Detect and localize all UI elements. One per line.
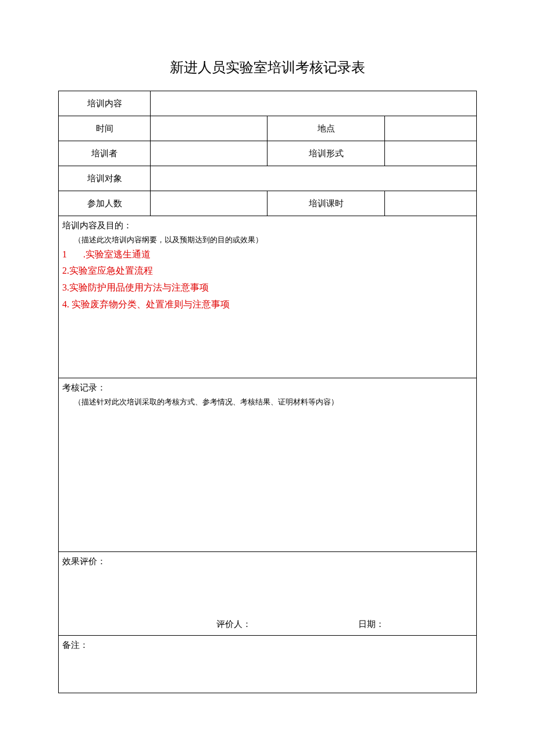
value-training-content[interactable]: [151, 91, 477, 116]
value-trainee[interactable]: [151, 166, 477, 191]
content-item-3: 3.实验防护用品使用方法与注意事项: [62, 280, 473, 296]
content-item-2: 2.实验室应急处置流程: [62, 263, 473, 280]
label-time: 时间: [59, 116, 151, 141]
value-attendance[interactable]: [151, 191, 268, 216]
value-training-form[interactable]: [384, 141, 476, 166]
page: 新进人员实验室培训考核记录表 培训内容 时间 地点 培训者 培训形式 培训对象 …: [0, 0, 535, 756]
section-assessment-record[interactable]: 考核记录： （描述针对此次培训采取的考核方式、参考情况、考核结果、证明材料等内容…: [59, 378, 477, 552]
label-training-hours: 培训课时: [268, 191, 384, 216]
label-attendance: 参加人数: [59, 191, 151, 216]
label-trainer: 培训者: [59, 141, 151, 166]
label-eval-date: 日期：: [358, 619, 384, 629]
row-note: 备注：: [59, 636, 477, 693]
value-trainer[interactable]: [151, 141, 268, 166]
record-section-hint: （描述针对此次培训采取的考核方式、参考情况、考核结果、证明材料等内容）: [62, 396, 473, 409]
section-content-purpose[interactable]: 培训内容及目的： （描述此次培训内容纲要，以及预期达到的目的或效果） 1 .实验…: [59, 216, 477, 378]
record-section-title: 考核记录：: [62, 381, 473, 396]
content-section-hint: （描述此次培训内容纲要，以及预期达到的目的或效果）: [62, 234, 473, 246]
value-time[interactable]: [151, 116, 268, 141]
label-place: 地点: [268, 116, 384, 141]
label-trainee: 培训对象: [59, 166, 151, 191]
content-section-title: 培训内容及目的：: [62, 218, 473, 234]
eval-section-title: 效果评价：: [62, 554, 473, 569]
content-item-1: 1 .实验室逃生通道: [62, 246, 473, 263]
label-eval-person: 评价人：: [216, 619, 251, 629]
label-training-content: 培训内容: [59, 91, 151, 116]
page-title: 新进人员实验室培训考核记录表: [58, 58, 477, 77]
row-trainer-form: 培训者 培训形式: [59, 141, 477, 166]
section-note[interactable]: 备注：: [59, 636, 477, 693]
value-place[interactable]: [384, 116, 476, 141]
row-time-place: 时间 地点: [59, 116, 477, 141]
row-training-content: 培训内容: [59, 91, 477, 116]
section-effect-evaluation[interactable]: 效果评价： 评价人： 日期：: [59, 552, 477, 636]
row-content-purpose: 培训内容及目的： （描述此次培训内容纲要，以及预期达到的目的或效果） 1 .实验…: [59, 216, 477, 378]
value-training-hours[interactable]: [384, 191, 476, 216]
row-attendance-hours: 参加人数 培训课时: [59, 191, 477, 216]
row-trainee: 培训对象: [59, 166, 477, 191]
content-item-4: 4. 实验废弃物分类、处置准则与注意事项: [62, 296, 473, 313]
form-table: 培训内容 时间 地点 培训者 培训形式 培训对象 参加人数 培训课时: [58, 91, 477, 693]
note-title: 备注：: [62, 640, 88, 650]
row-effect-evaluation: 效果评价： 评价人： 日期：: [59, 552, 477, 636]
label-training-form: 培训形式: [268, 141, 384, 166]
row-assessment-record: 考核记录： （描述针对此次培训采取的考核方式、参考情况、考核结果、证明材料等内容…: [59, 378, 477, 552]
